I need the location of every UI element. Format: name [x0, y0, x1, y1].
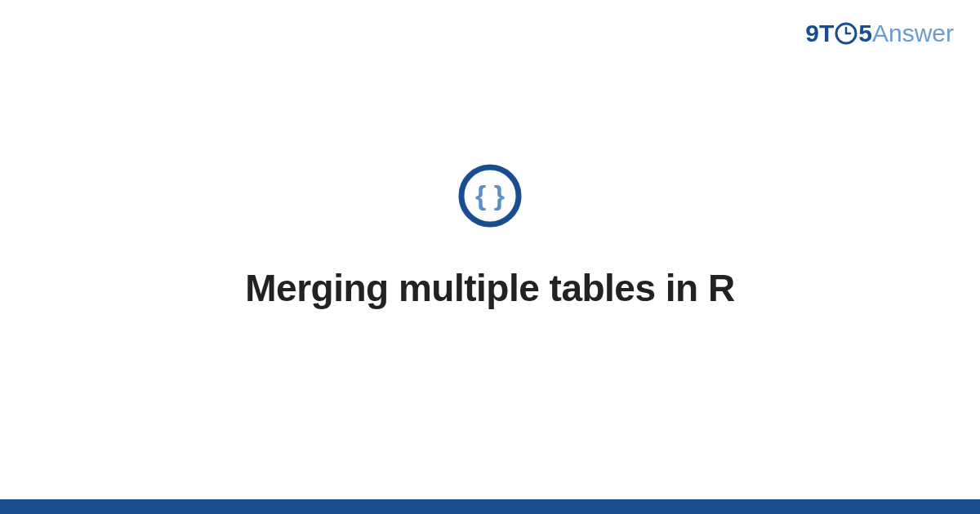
code-braces-icon: { }: [457, 163, 523, 232]
page-title: Merging multiple tables in R: [245, 266, 734, 310]
main-content: { } Merging multiple tables in R: [0, 0, 980, 514]
svg-text:{ }: { }: [475, 179, 505, 210]
footer-accent-bar: [0, 499, 980, 514]
